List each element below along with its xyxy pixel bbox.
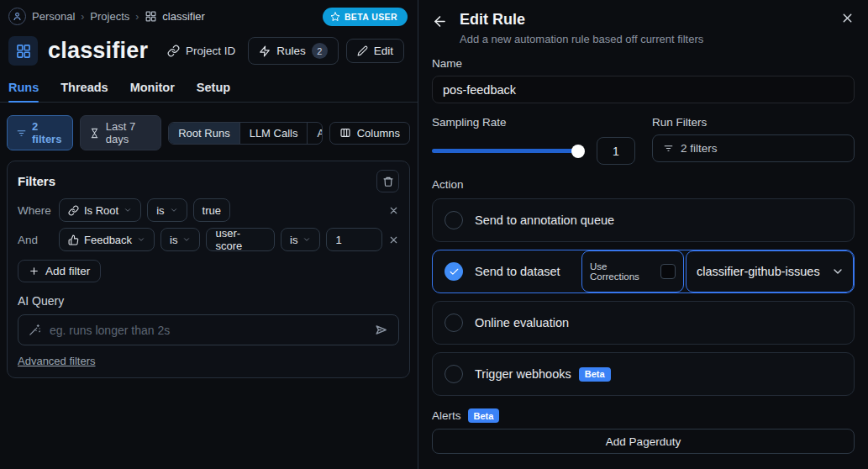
segment-root-runs[interactable]: Root Runs	[169, 123, 239, 144]
chevron-down-icon	[137, 235, 145, 244]
zap-icon	[259, 45, 271, 57]
add-filter-button[interactable]: Add filter	[18, 260, 101, 282]
run-type-segmented-control: Root Runs LLM Calls All Runs	[168, 122, 322, 145]
filter-operator-dropdown[interactable]: is	[160, 228, 200, 251]
beta-user-badge: BETA USER	[323, 8, 408, 26]
conjunction-label: And	[18, 234, 53, 246]
rule-name-input[interactable]	[432, 76, 855, 103]
columns-icon	[339, 127, 351, 139]
advanced-filters-link[interactable]: Advanced filters	[18, 355, 96, 367]
filters-panel-title: Filters	[18, 174, 55, 188]
rules-button[interactable]: Rules 2	[248, 37, 339, 65]
chevron-down-icon	[124, 206, 132, 214]
filter-field-dropdown[interactable]: Is Root	[59, 198, 141, 222]
chevron-down-icon	[182, 235, 191, 244]
radio-unchecked[interactable]	[445, 314, 463, 332]
hourglass-icon	[89, 128, 100, 139]
feedback-key-chip[interactable]: user-score	[206, 228, 275, 251]
segment-all-runs[interactable]: All Runs	[307, 123, 322, 144]
plus-icon	[29, 266, 39, 277]
filter-operator-dropdown[interactable]: is	[281, 228, 320, 251]
tab-setup[interactable]: Setup	[197, 81, 230, 102]
run-filters-button[interactable]: 2 filters	[652, 134, 855, 162]
chevron-right-icon: ›	[135, 11, 139, 23]
filters-count-button[interactable]: 2 filters	[7, 115, 73, 150]
breadcrumb-personal[interactable]: Personal	[32, 10, 75, 23]
drawer-title: Edit Rule	[460, 11, 703, 29]
trash-icon	[382, 176, 394, 187]
dataset-select[interactable]: classifier-github-issues	[686, 250, 854, 292]
use-corrections-checkbox[interactable]	[660, 264, 676, 279]
breadcrumb-classifier[interactable]: classifier	[145, 10, 205, 23]
breadcrumb-projects[interactable]: Projects	[90, 10, 129, 23]
magic-wand-icon	[29, 324, 41, 336]
ai-query-input[interactable]	[50, 324, 366, 337]
option-send-to-annotation-queue[interactable]: Send to annotation queue	[432, 198, 855, 242]
chevron-down-icon	[302, 235, 311, 244]
drawer-subtitle: Add a new automation rule based off curr…	[460, 33, 703, 45]
edit-button[interactable]: Edit	[346, 39, 404, 63]
close-icon[interactable]	[840, 11, 855, 25]
sampling-rate-slider[interactable]	[432, 149, 583, 153]
link-icon	[68, 205, 79, 216]
radio-unchecked[interactable]	[445, 211, 463, 229]
user-avatar-icon[interactable]	[8, 8, 26, 25]
action-label: Action	[432, 178, 855, 191]
tab-monitor[interactable]: Monitor	[130, 81, 175, 102]
alerts-label: Alerts	[432, 409, 461, 422]
filters-panel: Filters Where Is Root is	[7, 161, 410, 378]
project-header: classifier Project ID Rules 2 Edit	[0, 25, 418, 66]
option-send-to-dataset[interactable]: Send to dataset Use Corrections classifi…	[432, 250, 855, 293]
chevron-right-icon: ›	[81, 11, 84, 23]
beta-badge: Beta	[468, 408, 500, 423]
tab-runs[interactable]: Runs	[8, 81, 39, 102]
star-icon	[330, 12, 340, 22]
rules-count-badge: 2	[312, 43, 328, 59]
filter-row-and: And Feedback is user-score is	[18, 228, 399, 251]
use-corrections-label: Use Corrections	[590, 261, 654, 282]
runs-toolbar: 2 filters Last 7 days Root Runs LLM Call…	[0, 103, 418, 150]
segment-llm-calls[interactable]: LLM Calls	[239, 123, 308, 144]
columns-button[interactable]: Columns	[329, 122, 410, 145]
ai-query-input-wrap	[18, 314, 399, 345]
project-page: Personal › Projects › classifier BETA US…	[0, 0, 418, 469]
project-grid-icon	[8, 36, 38, 66]
sampling-rate-value[interactable]: 1	[597, 137, 635, 165]
chevron-down-icon	[170, 206, 178, 214]
filter-operator-dropdown[interactable]: is	[147, 198, 187, 222]
filter-row-where: Where Is Root is true	[18, 198, 399, 222]
tab-threads[interactable]: Threads	[60, 81, 108, 102]
filter-icon	[663, 143, 674, 154]
edit-rule-drawer: Edit Rule Add a new automation rule base…	[418, 0, 868, 469]
radio-checked[interactable]	[445, 262, 463, 281]
sampling-rate-label: Sampling Rate	[432, 116, 652, 129]
option-online-evaluation[interactable]: Online evaluation	[432, 301, 855, 345]
link-icon	[167, 45, 180, 57]
filter-value-chip[interactable]: true	[193, 198, 230, 222]
ai-query-label: AI Query	[18, 294, 399, 308]
run-filters-label: Run Filters	[652, 116, 855, 129]
filter-icon	[16, 128, 27, 139]
add-pagerduty-button[interactable]: Add Pagerduty	[432, 429, 855, 454]
filter-value-input[interactable]: 1	[326, 228, 382, 251]
back-arrow-icon[interactable]	[432, 13, 448, 29]
clear-filters-button[interactable]	[376, 170, 399, 192]
remove-filter-icon[interactable]	[388, 205, 399, 216]
chevron-down-icon	[831, 265, 844, 278]
slider-thumb[interactable]	[571, 145, 585, 158]
filter-field-dropdown[interactable]: Feedback	[59, 228, 155, 251]
name-label: Name	[432, 57, 855, 70]
pencil-icon	[357, 45, 368, 56]
radio-unchecked[interactable]	[445, 365, 463, 383]
conjunction-label: Where	[18, 204, 53, 217]
grid-icon	[145, 10, 157, 23]
option-trigger-webhooks[interactable]: Trigger webhooks Beta	[432, 352, 855, 396]
date-range-button[interactable]: Last 7 days	[80, 115, 161, 150]
remove-filter-icon[interactable]	[388, 234, 399, 245]
tab-bar: Runs Threads Monitor Setup	[0, 66, 418, 103]
send-icon[interactable]	[374, 323, 388, 337]
thumbs-up-icon	[68, 234, 79, 245]
page-title: classifier	[48, 38, 148, 64]
project-id-button[interactable]: Project ID	[162, 40, 240, 62]
use-corrections-group: Use Corrections	[581, 250, 684, 292]
